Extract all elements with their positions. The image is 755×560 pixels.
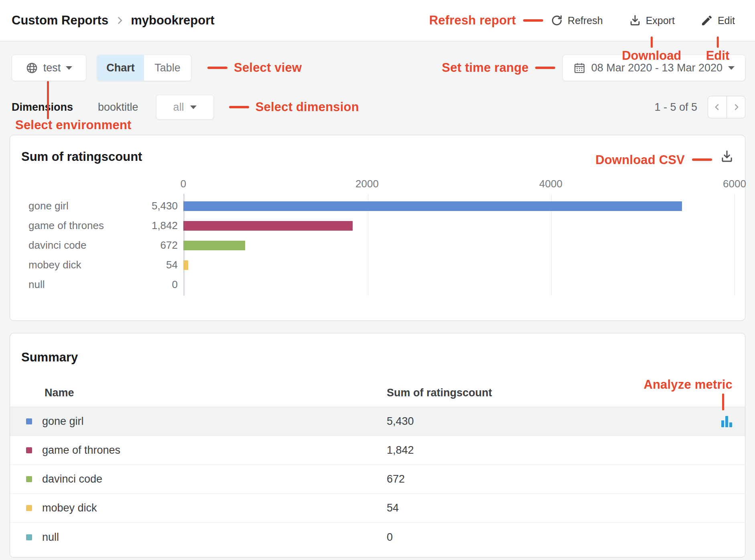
annotation-download: Download: [622, 37, 681, 63]
dimensions-bar: Dimensions booktitle all Select dimensio…: [12, 95, 745, 120]
pagination-range: 1 - 5 of 5: [654, 101, 697, 114]
chart-card: Sum of ratingscount Download CSV 0 2000 …: [10, 135, 745, 321]
chevron-right-icon: [114, 15, 125, 26]
chart-rows: gone girl 5,430 game of thrones 1,842 da…: [10, 196, 735, 294]
download-csv-button[interactable]: [718, 148, 735, 165]
chart-row: game of thrones 1,842: [10, 216, 735, 235]
row-value: 1,842: [387, 444, 685, 457]
annotation-download-line: [651, 37, 653, 48]
row-value: 672: [387, 473, 685, 485]
breadcrumb-custom-reports[interactable]: Custom Reports: [12, 13, 108, 28]
annotation-select-environment: Select environment: [15, 118, 132, 132]
tab-chart[interactable]: Chart: [97, 55, 144, 81]
export-label: Export: [646, 15, 675, 26]
chart-x-axis-ticks: 0 2000 4000 6000: [183, 178, 735, 191]
globe-icon: [26, 62, 38, 74]
gridline: [735, 194, 735, 296]
series-color-swatch: [26, 476, 32, 482]
row-name: game of thrones: [42, 444, 120, 457]
chart-category-label: game of thrones: [10, 219, 126, 232]
row-value: 0: [387, 531, 685, 544]
annotation-refresh-report: Refresh report: [429, 13, 516, 28]
table-row[interactable]: gone girl 5,430: [10, 407, 745, 436]
pencil-icon: [700, 14, 713, 27]
chart-category-label: gone girl: [10, 200, 126, 212]
analyze-metric-button[interactable]: [721, 416, 732, 427]
export-button[interactable]: Export Download: [629, 14, 675, 27]
edit-label: Edit: [718, 15, 735, 26]
date-range-value: 08 Mar 2020 - 13 Mar 2020: [591, 62, 723, 74]
summary-title: Summary: [10, 333, 745, 365]
chart-bar: [183, 221, 353, 231]
annotation-refresh-line: [523, 19, 543, 22]
top-bar: Custom Reports mybookreport Refresh repo…: [0, 0, 755, 41]
refresh-icon: [550, 14, 563, 27]
custom-report-page: Custom Reports mybookreport Refresh repo…: [0, 0, 755, 560]
tab-table[interactable]: Table: [144, 55, 191, 81]
x-tick: 6000: [723, 178, 746, 190]
chart-title: Sum of ratingscount: [21, 150, 142, 164]
dimension-filter-dropdown[interactable]: all: [156, 95, 214, 120]
dimension-name: booktitle: [98, 101, 138, 114]
chart-value-label: 672: [126, 239, 183, 252]
table-row[interactable]: mobey dick 54: [10, 494, 745, 523]
chart-row: mobey dick 54: [10, 255, 735, 275]
chart-category-label: mobey dick: [10, 259, 126, 271]
series-color-swatch: [26, 505, 32, 511]
refresh-button[interactable]: Refresh: [550, 14, 603, 27]
bar-chart-icon: [721, 420, 724, 427]
annotation-select-view-line: [207, 67, 227, 69]
chevron-down-icon: [728, 66, 735, 70]
table-row[interactable]: davinci code 672: [10, 465, 745, 494]
chevron-down-icon: [66, 66, 72, 70]
chart-value-label: 0: [126, 278, 183, 291]
chart-value-label: 1,842: [126, 219, 183, 232]
environment-value: test: [43, 62, 61, 74]
annotation-select-view: Select view: [234, 61, 302, 75]
column-header-name: Name: [10, 387, 387, 399]
chart-bar-track: [183, 221, 735, 231]
breadcrumb: Custom Reports mybookreport: [12, 13, 215, 28]
annotation-analyze-metric-line: [722, 394, 724, 410]
chart-row: davinci code 672: [10, 235, 735, 255]
summary-table-header: Name Sum of ratingscount: [10, 379, 745, 407]
breadcrumb-report-name: mybookreport: [131, 13, 214, 28]
row-value: 54: [387, 502, 685, 514]
annotation-download-csv: Download CSV: [595, 153, 685, 167]
bar-chart-icon: [729, 422, 732, 427]
column-header-value: Sum of ratingscount: [387, 387, 685, 399]
refresh-label: Refresh: [568, 15, 603, 26]
table-row[interactable]: null 0: [10, 523, 745, 552]
x-tick: 2000: [355, 178, 379, 190]
calendar-icon: [573, 62, 586, 74]
chart-bar: [183, 241, 245, 250]
chart-bar: [183, 201, 682, 211]
dimensions-label: Dimensions: [12, 101, 73, 114]
chart-row: null 0: [10, 275, 735, 294]
table-row[interactable]: game of thrones 1,842: [10, 436, 745, 465]
annotation-analyze-metric: Analyze metric: [643, 377, 733, 392]
annotation-set-time-range: Set time range: [442, 61, 528, 75]
dimension-filter-value: all: [173, 101, 184, 114]
download-icon: [629, 14, 641, 27]
annotation-select-dimension-line: [229, 106, 249, 108]
series-color-swatch: [26, 418, 32, 424]
environment-dropdown[interactable]: test: [12, 55, 86, 81]
view-toggle: Chart Table: [97, 55, 191, 81]
download-icon: [720, 149, 734, 164]
annotation-edit: Edit: [706, 37, 730, 63]
row-name: gone girl: [42, 415, 84, 428]
annotation-download-csv-line: [692, 158, 712, 161]
pagination-next-button[interactable]: [727, 96, 745, 118]
chart-row: gone girl 5,430: [10, 196, 735, 216]
pagination-prev-button[interactable]: [708, 96, 727, 118]
chevron-down-icon: [190, 106, 197, 109]
chart-value-label: 54: [126, 259, 183, 271]
chart-category-label: davinci code: [10, 239, 126, 252]
row-name: mobey dick: [42, 502, 97, 514]
edit-button[interactable]: Edit Edit: [700, 14, 735, 27]
series-color-swatch: [26, 447, 32, 453]
row-value: 5,430: [387, 415, 685, 428]
row-name: davinci code: [42, 473, 102, 485]
chart-bar-track: [183, 260, 735, 270]
